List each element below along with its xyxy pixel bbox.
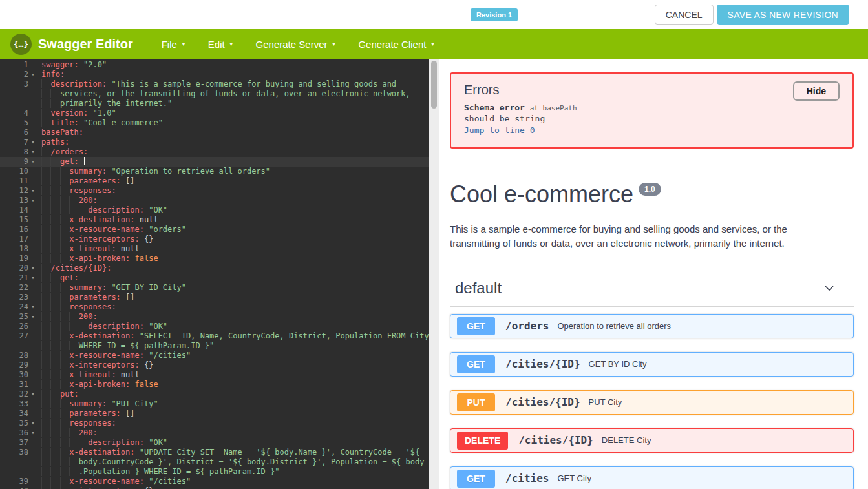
fold-arrow-icon[interactable]: ▾ — [28, 196, 37, 205]
code-line[interactable]: 10 summary: "Operation to retrieve all o… — [0, 167, 429, 176]
code-line[interactable]: 7▾paths: — [0, 138, 429, 147]
fold-arrow-icon[interactable]: ▾ — [28, 147, 37, 157]
code-line[interactable]: 37 description: "OK" — [0, 438, 429, 448]
fold-arrow-icon[interactable]: ▾ — [28, 264, 37, 273]
code-line[interactable]: 26 description: "OK" — [0, 322, 429, 331]
scrollbar-thumb[interactable] — [431, 61, 437, 109]
code-line[interactable]: services, or the transmitting of funds o… — [0, 89, 429, 99]
fold-arrow-icon[interactable]: ▾ — [28, 138, 37, 147]
code-line[interactable]: .Population } WHERE ID = ${ pathParam.ID… — [0, 467, 429, 477]
operation-row-get-cities-ID-[interactable]: GET/cities/{ID}GET BY ID City — [450, 352, 854, 377]
code-line[interactable]: 29 x-interceptors: {} — [0, 360, 429, 370]
code-line[interactable]: 39 x-resource-name: "/cities" — [0, 477, 429, 486]
code-line[interactable]: 35▾ responses: — [0, 419, 429, 428]
code-text: x-destination: "UPDATE City SET Name = '… — [37, 448, 419, 457]
code-line[interactable]: 5 title: "Cool e-commerce" — [0, 118, 429, 128]
code-line[interactable]: 31 x-api-broken: false — [0, 380, 429, 390]
code-line[interactable]: 8▾ /orders: — [0, 147, 429, 157]
fold-arrow-icon[interactable]: ▾ — [28, 390, 37, 399]
fold-arrow-icon[interactable]: ▾ — [28, 273, 37, 283]
hide-errors-button[interactable]: Hide — [793, 81, 840, 101]
code-line[interactable]: 12▾ responses: — [0, 186, 429, 196]
line-number: 38 — [1, 448, 28, 457]
code-line[interactable]: 9▾ get: — [0, 157, 429, 167]
tag-default-header[interactable]: default — [450, 279, 854, 307]
cancel-button[interactable]: CANCEL — [655, 5, 714, 25]
code-line[interactable]: 30 x-timeout: null — [0, 370, 429, 380]
code-line[interactable]: 3 description: "This is a sample e-comme… — [0, 79, 429, 89]
code-line[interactable]: 22 summary: "GET BY ID City" — [0, 283, 429, 293]
fold-arrow-icon[interactable]: ▾ — [28, 312, 37, 322]
operation-path: /cities/{ID} — [505, 358, 580, 370]
code-text: x-timeout: null — [37, 370, 140, 380]
code-text: paths: — [37, 138, 69, 147]
line-number: 40 — [1, 486, 28, 489]
code-line[interactable]: 21▾ get: — [0, 273, 429, 283]
code-line[interactable]: 33 summary: "PUT City" — [0, 399, 429, 409]
code-text: summary: "GET BY ID City" — [37, 283, 186, 293]
code-line[interactable]: 16 x-resource-name: "orders" — [0, 225, 429, 234]
chevron-down-icon[interactable] — [823, 282, 836, 295]
code-line[interactable]: 1swagger: "2.0" — [0, 60, 429, 70]
tag-title: default — [455, 279, 502, 297]
code-text: /orders: — [37, 147, 88, 157]
line-number: 1 — [1, 60, 28, 70]
code-line[interactable]: 32▾ put: — [0, 390, 429, 399]
code-line[interactable]: 4 version: "1.0" — [0, 109, 429, 118]
code-line[interactable]: 25▾ 200: — [0, 312, 429, 322]
menu-file[interactable]: File ▼ — [162, 39, 186, 50]
fold-spacer — [28, 118, 37, 128]
docs-panel: Errors Hide Schema error at basePath sho… — [439, 59, 868, 489]
code-line[interactable]: 13▾ 200: — [0, 196, 429, 205]
fold-arrow-icon[interactable]: ▾ — [28, 302, 37, 312]
code-line[interactable]: 18 x-timeout: null — [0, 244, 429, 254]
code-line[interactable]: 15 x-destination: null — [0, 215, 429, 225]
code-line[interactable]: 34 parameters: [] — [0, 409, 429, 419]
code-line[interactable]: 23 parameters: [] — [0, 293, 429, 302]
code-line[interactable]: 38 x-destination: "UPDATE City SET Name … — [0, 448, 429, 457]
line-number: 8 — [1, 147, 28, 157]
code-line[interactable]: 40 x-interceptors: {} — [0, 486, 429, 489]
operation-row-get-orders[interactable]: GET/ordersOperation to retrieve all orde… — [450, 314, 854, 338]
code-text: x-destination: "SELECT ID, Name, Country… — [37, 331, 429, 341]
fold-arrow-icon[interactable]: ▾ — [28, 157, 37, 167]
fold-arrow-icon[interactable]: ▾ — [28, 419, 37, 428]
yaml-editor[interactable]: 1swagger: "2.0"2▾info:3 description: "Th… — [0, 59, 439, 489]
code-line[interactable]: 36▾ 200: — [0, 428, 429, 438]
code-line[interactable]: 19 x-api-broken: false — [0, 254, 429, 264]
save-as-new-revision-button[interactable]: SAVE AS NEW REVISION — [717, 5, 849, 25]
editor-scrollbar[interactable] — [429, 59, 439, 489]
code-line[interactable]: 17 x-interceptors: {} — [0, 234, 429, 244]
fold-arrow-icon[interactable]: ▾ — [28, 186, 37, 196]
code-line[interactable]: 20▾ /cities/{ID}: — [0, 264, 429, 273]
code-line[interactable]: 14 description: "OK" — [0, 205, 429, 215]
code-text: get: — [37, 273, 79, 283]
code-line[interactable]: 28 x-resource-name: "/cities" — [0, 351, 429, 360]
menu-generate-client[interactable]: Generate Client ▼ — [358, 39, 435, 50]
menu-edit[interactable]: Edit ▼ — [208, 39, 234, 50]
fold-spacer — [28, 360, 37, 370]
code-line[interactable]: 11 parameters: [] — [0, 176, 429, 186]
code-text: summary: "PUT City" — [37, 399, 158, 409]
code-text: description: "OK" — [37, 438, 167, 448]
code-line[interactable]: WHERE ID = ${ pathParam.ID }" — [0, 341, 429, 351]
operation-row-get-cities[interactable]: GET/citiesGET City — [450, 466, 854, 489]
fold-arrow-icon[interactable]: ▾ — [28, 428, 37, 438]
version-badge: 1.0 — [639, 183, 661, 196]
menu-generate-server[interactable]: Generate Server ▼ — [256, 39, 337, 50]
line-number: 18 — [1, 244, 28, 254]
operation-summary: Operation to retrieve all orders — [557, 321, 671, 331]
code-line[interactable]: 24▾ responses: — [0, 302, 429, 312]
code-line[interactable]: 6basePath: — [0, 128, 429, 138]
code-line[interactable]: 27 x-destination: "SELECT ID, Name, Coun… — [0, 331, 429, 341]
jump-to-line-link[interactable]: Jump to line 0 — [464, 125, 535, 135]
fold-arrow-icon[interactable]: ▾ — [28, 70, 37, 79]
operation-path: /cities/{ID} — [518, 434, 593, 446]
operation-row-put-cities-ID-[interactable]: PUT/cities/{ID}PUT City — [450, 390, 854, 415]
fold-spacer — [28, 109, 37, 118]
operation-row-delete-cities-ID-[interactable]: DELETE/cities/{ID}DELETE City — [450, 428, 854, 453]
code-line[interactable]: 2▾info: — [0, 70, 429, 79]
code-line[interactable]: body.CountryCode }', District = '${ body… — [0, 457, 429, 467]
code-line[interactable]: primarily the internet." — [0, 99, 429, 109]
line-number: 37 — [1, 438, 28, 448]
